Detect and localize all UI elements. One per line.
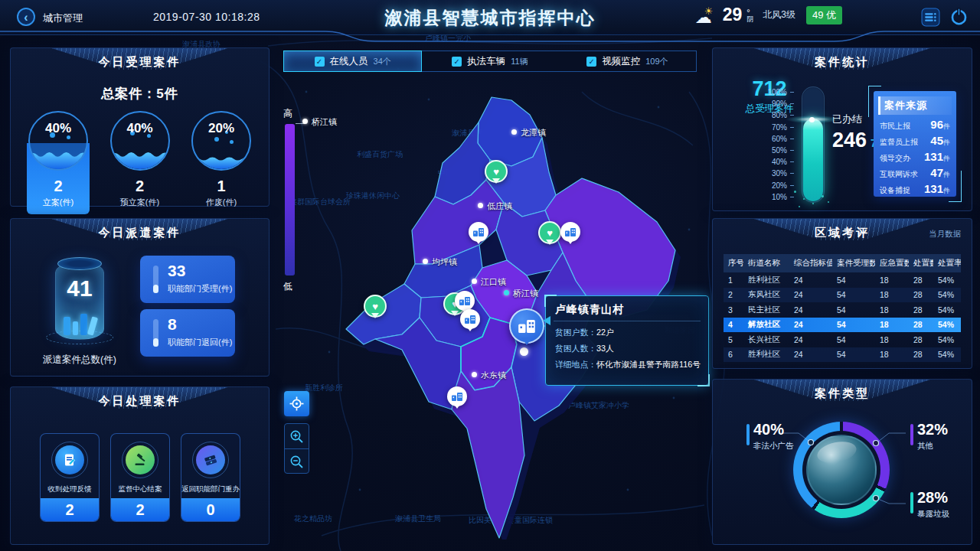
mini-gauge: [153, 266, 158, 293]
checkbox-checked-icon[interactable]: ✓: [452, 57, 462, 67]
aqi-badge: 49 优: [806, 6, 842, 24]
gavel-icon: [122, 442, 158, 478]
weather-icon: ☀☁: [695, 5, 718, 25]
panel-title: 今日处理案件: [11, 387, 269, 409]
power-button[interactable]: [949, 6, 969, 27]
town-dot: [472, 279, 477, 284]
completion-gauge: [802, 86, 825, 203]
water-gauges: 40% 2 立案(件) 40% 2 预立案(件): [23, 109, 256, 214]
layer-enforcement-vehicles[interactable]: ✓ 执法车辆 11辆: [421, 51, 558, 71]
evaluation-table: 序号街道名称 综合指标值案件受理数 应急置数处置数 处置率 1胜利社区24541…: [724, 254, 961, 362]
card-dept-accepted[interactable]: 33 职能部门受理(件): [140, 256, 235, 303]
zoom-out-button[interactable]: [285, 449, 309, 474]
callout-bar: [910, 424, 913, 445]
legend-high-label: 高: [283, 107, 292, 120]
table-row[interactable]: 1胜利社区2454182854%: [724, 272, 961, 288]
village-tooltip: 卢峰镇青山村 贫困户数：22户 贫困人数：33人 详细地点：怀化市溆浦县警予南路…: [545, 295, 709, 386]
weather-widget: ☀☁ 29 ° 阴 北风3级 49 优: [695, 5, 842, 25]
building-icon: [452, 393, 462, 401]
card-dept-returned[interactable]: 8 职能部门退回(件): [140, 309, 235, 357]
cylinder-top: [57, 257, 102, 270]
legend-low-label: 低: [283, 280, 292, 293]
locate-button[interactable]: [284, 391, 309, 416]
checkbox-checked-icon[interactable]: ✓: [586, 57, 596, 67]
gauge-filed[interactable]: 40% 2 立案(件): [23, 109, 93, 214]
card-value: 0: [181, 498, 240, 521]
building-pin[interactable]: [455, 291, 475, 311]
tooltip-row: 贫困人数：33人: [546, 341, 708, 357]
table-row-selected[interactable]: 4解放社区2454182854%: [724, 318, 961, 333]
callout-label: 非法小广告: [753, 441, 794, 452]
dashboard: 卢峰镇一完小 溆浦县政协 溆浦县房产局 利盛百货广场 中国邮政 珍珠港休闲中心 …: [0, 0, 980, 551]
town-label: 江口镇: [472, 276, 506, 288]
source-row: 互联网诉求47件: [874, 166, 956, 182]
building-pin[interactable]: [469, 222, 488, 242]
panel-title: 案件类型: [713, 380, 972, 401]
hospital-pin[interactable]: ♥: [485, 160, 508, 183]
building-icon: [459, 297, 470, 305]
water-wave: [191, 153, 251, 169]
gauge-glow: [786, 116, 840, 123]
table-row[interactable]: 3民主社区2454182854%: [724, 302, 961, 318]
panel-title: 区域考评: [713, 219, 972, 240]
gauge-fill: [803, 119, 823, 201]
checkbox-checked-icon[interactable]: ✓: [315, 57, 325, 67]
town-dot: [511, 129, 517, 135]
dispatch-total-value: 41: [55, 276, 104, 302]
case-source-card: 案件来源 市民上报96件 监督员上报45件 领导交办131件 互联网诉求47件 …: [874, 91, 956, 197]
hospital-pin[interactable]: ♥: [538, 221, 561, 244]
town-label: 桥江镇: [504, 288, 538, 299]
building-pin[interactable]: [460, 309, 480, 329]
town-label: 均坪镇: [423, 256, 457, 268]
town-dot: [504, 290, 509, 295]
panel-regional-evaluation: 区域考评 当月数据 序号街道名称 综合指标值案件受理数 应急置数处置数 处置率 …: [712, 218, 972, 369]
card-returned-redo[interactable]: 返回职能部门重办 0: [181, 433, 240, 522]
menu-icon: [921, 8, 940, 27]
building-icon: [518, 320, 535, 333]
panel-today-dispatched: 今日派遣案件 41 派遣案件总数(件) 33 职能部门受理(件) 8 职能部门退…: [10, 218, 270, 377]
menu-button[interactable]: [921, 8, 940, 27]
hospital-pin[interactable]: ♥: [364, 295, 387, 318]
top-bar: ‹ 城市管理 2019-07-30 10:18:28 溆浦县智慧城市指挥中心 ☀…: [0, 0, 980, 35]
town-label: 桥江镇: [302, 116, 337, 128]
card-value: 2: [111, 498, 169, 521]
callout-percent: 32%: [917, 421, 948, 439]
weather-wind: 北风3级: [763, 8, 795, 21]
tooltip-divider: [554, 321, 701, 321]
layer-online-personnel[interactable]: ✓ 在线人员 34个: [283, 51, 422, 72]
building-pin[interactable]: [560, 222, 580, 242]
tooltip-row: 贫困户数：22户: [546, 324, 708, 341]
building-pin[interactable]: [447, 386, 467, 406]
tooltip-row: 详细地点：怀化市溆浦县警予南路116号: [546, 357, 708, 373]
tooltip-title: 卢峰镇青山村: [546, 296, 708, 321]
panel-case-statistics: 案件统计 712 总受理案件 100%90%80% 70%60%50% 40%3…: [712, 47, 972, 211]
layer-video-surveillance[interactable]: ✓ 视频监控 109个: [559, 51, 696, 71]
table-row[interactable]: 2东风社区2454182854%: [724, 288, 961, 303]
panel-title: 今日受理案件: [11, 48, 269, 70]
callout-bar: [746, 424, 750, 445]
source-row: 领导交办131件: [874, 150, 956, 166]
selected-village-pin[interactable]: [509, 308, 544, 344]
water-wave: [110, 146, 170, 169]
panel-case-types: 案件类型 40% 非法小广告 32% 其他 28% 暴露垃圾: [712, 379, 972, 545]
weather-temp: 29: [723, 5, 743, 25]
town-dot: [472, 372, 477, 377]
building-icon: [473, 228, 484, 236]
callout-label: 其他: [917, 441, 933, 452]
town-dot: [302, 119, 308, 124]
card-feedback-received[interactable]: 收到处理反馈 2: [40, 433, 100, 522]
card-center-closed[interactable]: 监督中心结案 2: [110, 433, 170, 522]
zoom-in-button[interactable]: [285, 424, 309, 448]
weather-meta: ° 阴: [746, 9, 753, 23]
case-source-title: 案件来源: [878, 96, 952, 115]
source-row: 设备捕捉131件: [874, 182, 956, 198]
zoom-in-icon: [289, 429, 304, 444]
gauge-prefiled[interactable]: 40% 2 预立案(件): [105, 109, 175, 214]
table-row[interactable]: 5长兴社区2454182854%: [724, 332, 961, 347]
town-label: 水东镇: [472, 370, 506, 381]
building-icon: [465, 315, 475, 324]
gauge-voided[interactable]: 20% 1 作废(件): [186, 109, 256, 214]
water-wave: [28, 146, 88, 169]
table-row[interactable]: 6胜利社区2454182854%: [724, 347, 961, 363]
water-circle: 40%: [110, 111, 170, 171]
